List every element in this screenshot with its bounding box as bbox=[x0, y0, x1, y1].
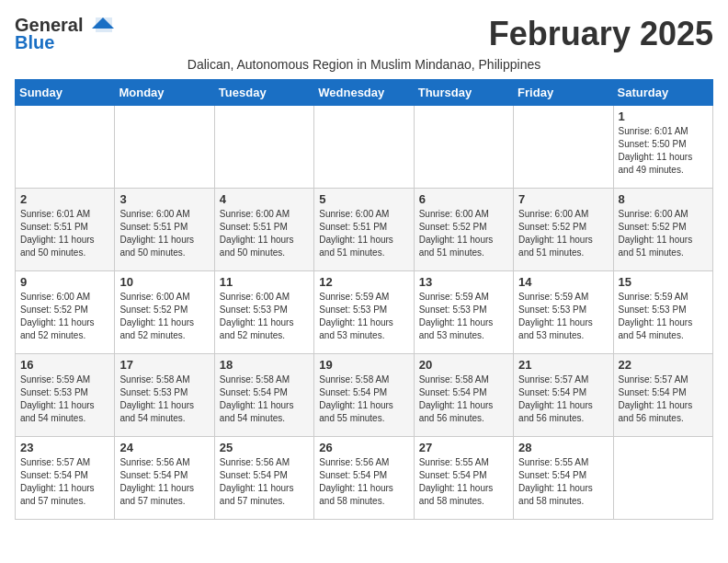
day-number: 1 bbox=[619, 109, 708, 123]
calendar-cell: 12Sunrise: 5:59 AM Sunset: 5:53 PM Dayli… bbox=[314, 271, 414, 354]
calendar-week-row: 16Sunrise: 5:59 AM Sunset: 5:53 PM Dayli… bbox=[16, 354, 713, 437]
day-info: Sunrise: 5:56 AM Sunset: 5:54 PM Dayligh… bbox=[319, 456, 408, 508]
day-info: Sunrise: 6:00 AM Sunset: 5:51 PM Dayligh… bbox=[220, 208, 309, 259]
day-number: 8 bbox=[619, 192, 708, 206]
day-info: Sunrise: 6:00 AM Sunset: 5:52 PM Dayligh… bbox=[419, 208, 508, 259]
calendar-cell: 8Sunrise: 6:00 AM Sunset: 5:52 PM Daylig… bbox=[613, 189, 712, 271]
calendar-cell: 27Sunrise: 5:55 AM Sunset: 5:54 PM Dayli… bbox=[414, 437, 513, 520]
day-header-monday: Monday bbox=[115, 80, 214, 106]
calendar-cell: 18Sunrise: 5:58 AM Sunset: 5:54 PM Dayli… bbox=[214, 354, 313, 437]
day-number: 7 bbox=[518, 192, 608, 206]
day-number: 5 bbox=[319, 192, 408, 206]
calendar-cell bbox=[214, 106, 313, 189]
logo-icon bbox=[86, 16, 114, 36]
day-number: 21 bbox=[518, 358, 608, 372]
calendar-cell: 15Sunrise: 5:59 AM Sunset: 5:53 PM Dayli… bbox=[613, 271, 712, 354]
day-info: Sunrise: 6:00 AM Sunset: 5:52 PM Dayligh… bbox=[518, 208, 608, 259]
day-info: Sunrise: 5:56 AM Sunset: 5:54 PM Dayligh… bbox=[220, 456, 309, 508]
day-number: 17 bbox=[119, 358, 209, 372]
calendar-week-row: 9Sunrise: 6:00 AM Sunset: 5:52 PM Daylig… bbox=[16, 271, 713, 354]
day-number: 15 bbox=[619, 275, 708, 289]
day-number: 12 bbox=[319, 275, 408, 289]
location-title: Dalican, Autonomous Region in Muslim Min… bbox=[15, 57, 713, 72]
day-info: Sunrise: 5:55 AM Sunset: 5:54 PM Dayligh… bbox=[419, 456, 508, 508]
day-info: Sunrise: 6:00 AM Sunset: 5:53 PM Dayligh… bbox=[220, 291, 309, 342]
calendar-cell: 4Sunrise: 6:00 AM Sunset: 5:51 PM Daylig… bbox=[214, 189, 313, 271]
day-info: Sunrise: 6:00 AM Sunset: 5:51 PM Dayligh… bbox=[319, 208, 408, 259]
day-info: Sunrise: 5:58 AM Sunset: 5:53 PM Dayligh… bbox=[119, 373, 209, 425]
day-number: 6 bbox=[419, 192, 508, 206]
day-info: Sunrise: 6:01 AM Sunset: 5:50 PM Dayligh… bbox=[619, 125, 708, 177]
calendar-week-row: 2Sunrise: 6:01 AM Sunset: 5:51 PM Daylig… bbox=[16, 189, 713, 271]
day-info: Sunrise: 5:55 AM Sunset: 5:54 PM Dayligh… bbox=[518, 456, 608, 508]
calendar-cell: 2Sunrise: 6:01 AM Sunset: 5:51 PM Daylig… bbox=[16, 189, 115, 271]
day-info: Sunrise: 5:57 AM Sunset: 5:54 PM Dayligh… bbox=[619, 373, 708, 425]
calendar-cell: 13Sunrise: 5:59 AM Sunset: 5:53 PM Dayli… bbox=[414, 271, 513, 354]
day-info: Sunrise: 6:00 AM Sunset: 5:51 PM Dayligh… bbox=[119, 208, 209, 259]
calendar-cell: 5Sunrise: 6:00 AM Sunset: 5:51 PM Daylig… bbox=[314, 189, 414, 271]
calendar-cell bbox=[314, 106, 414, 189]
day-number: 26 bbox=[319, 441, 408, 454]
day-info: Sunrise: 6:01 AM Sunset: 5:51 PM Dayligh… bbox=[20, 208, 109, 259]
calendar-cell bbox=[414, 106, 513, 189]
calendar-cell bbox=[16, 106, 115, 189]
calendar-cell: 7Sunrise: 6:00 AM Sunset: 5:52 PM Daylig… bbox=[514, 189, 613, 271]
calendar-cell: 28Sunrise: 5:55 AM Sunset: 5:54 PM Dayli… bbox=[514, 437, 613, 520]
day-info: Sunrise: 6:00 AM Sunset: 5:52 PM Dayligh… bbox=[619, 208, 708, 259]
calendar-cell: 3Sunrise: 6:00 AM Sunset: 5:51 PM Daylig… bbox=[115, 189, 214, 271]
day-number: 16 bbox=[20, 358, 109, 372]
calendar-table: SundayMondayTuesdayWednesdayThursdayFrid… bbox=[15, 79, 713, 520]
calendar-cell: 25Sunrise: 5:56 AM Sunset: 5:54 PM Dayli… bbox=[214, 437, 313, 520]
day-info: Sunrise: 5:59 AM Sunset: 5:53 PM Dayligh… bbox=[419, 291, 508, 342]
calendar-cell: 19Sunrise: 5:58 AM Sunset: 5:54 PM Dayli… bbox=[314, 354, 414, 437]
day-header-friday: Friday bbox=[514, 80, 613, 106]
day-info: Sunrise: 6:00 AM Sunset: 5:52 PM Dayligh… bbox=[20, 291, 109, 342]
day-number: 13 bbox=[419, 275, 508, 289]
day-info: Sunrise: 5:59 AM Sunset: 5:53 PM Dayligh… bbox=[319, 291, 408, 342]
day-info: Sunrise: 6:00 AM Sunset: 5:52 PM Dayligh… bbox=[119, 291, 209, 342]
day-number: 2 bbox=[20, 192, 109, 206]
calendar-header-row: SundayMondayTuesdayWednesdayThursdayFrid… bbox=[16, 80, 713, 106]
calendar-cell: 21Sunrise: 5:57 AM Sunset: 5:54 PM Dayli… bbox=[514, 354, 613, 437]
day-number: 25 bbox=[220, 441, 309, 454]
calendar-cell: 20Sunrise: 5:58 AM Sunset: 5:54 PM Dayli… bbox=[414, 354, 513, 437]
calendar-cell: 24Sunrise: 5:56 AM Sunset: 5:54 PM Dayli… bbox=[115, 437, 214, 520]
day-info: Sunrise: 5:58 AM Sunset: 5:54 PM Dayligh… bbox=[319, 373, 408, 425]
day-number: 9 bbox=[20, 275, 109, 289]
day-number: 19 bbox=[319, 358, 408, 372]
calendar-cell: 1Sunrise: 6:01 AM Sunset: 5:50 PM Daylig… bbox=[613, 106, 712, 189]
day-header-wednesday: Wednesday bbox=[314, 80, 414, 106]
logo: General Blue bbox=[15, 15, 114, 53]
day-info: Sunrise: 5:57 AM Sunset: 5:54 PM Dayligh… bbox=[518, 373, 608, 425]
calendar-cell: 22Sunrise: 5:57 AM Sunset: 5:54 PM Dayli… bbox=[613, 354, 712, 437]
calendar-cell: 6Sunrise: 6:00 AM Sunset: 5:52 PM Daylig… bbox=[414, 189, 513, 271]
day-header-sunday: Sunday bbox=[16, 80, 115, 106]
day-number: 28 bbox=[518, 441, 608, 454]
day-info: Sunrise: 5:58 AM Sunset: 5:54 PM Dayligh… bbox=[220, 373, 309, 425]
calendar-cell: 23Sunrise: 5:57 AM Sunset: 5:54 PM Dayli… bbox=[16, 437, 115, 520]
day-number: 18 bbox=[220, 358, 309, 372]
day-number: 4 bbox=[220, 192, 309, 206]
day-info: Sunrise: 5:59 AM Sunset: 5:53 PM Dayligh… bbox=[518, 291, 608, 342]
day-header-saturday: Saturday bbox=[613, 80, 712, 106]
calendar-cell bbox=[115, 106, 214, 189]
day-info: Sunrise: 5:59 AM Sunset: 5:53 PM Dayligh… bbox=[619, 291, 708, 342]
day-number: 10 bbox=[119, 275, 209, 289]
calendar-cell: 17Sunrise: 5:58 AM Sunset: 5:53 PM Dayli… bbox=[115, 354, 214, 437]
page-header: General Blue February 2025 bbox=[15, 15, 713, 53]
title-block: February 2025 bbox=[489, 15, 713, 53]
logo-blue-text: Blue bbox=[15, 32, 54, 53]
calendar-cell bbox=[514, 106, 613, 189]
calendar-cell bbox=[613, 437, 712, 520]
calendar-cell: 16Sunrise: 5:59 AM Sunset: 5:53 PM Dayli… bbox=[16, 354, 115, 437]
day-header-thursday: Thursday bbox=[414, 80, 513, 106]
day-number: 14 bbox=[518, 275, 608, 289]
day-number: 11 bbox=[220, 275, 309, 289]
calendar-cell: 26Sunrise: 5:56 AM Sunset: 5:54 PM Dayli… bbox=[314, 437, 414, 520]
month-title: February 2025 bbox=[489, 15, 713, 53]
day-info: Sunrise: 5:57 AM Sunset: 5:54 PM Dayligh… bbox=[20, 456, 109, 508]
day-info: Sunrise: 5:59 AM Sunset: 5:53 PM Dayligh… bbox=[20, 373, 109, 425]
day-number: 27 bbox=[419, 441, 508, 454]
calendar-week-row: 23Sunrise: 5:57 AM Sunset: 5:54 PM Dayli… bbox=[16, 437, 713, 520]
calendar-cell: 10Sunrise: 6:00 AM Sunset: 5:52 PM Dayli… bbox=[115, 271, 214, 354]
